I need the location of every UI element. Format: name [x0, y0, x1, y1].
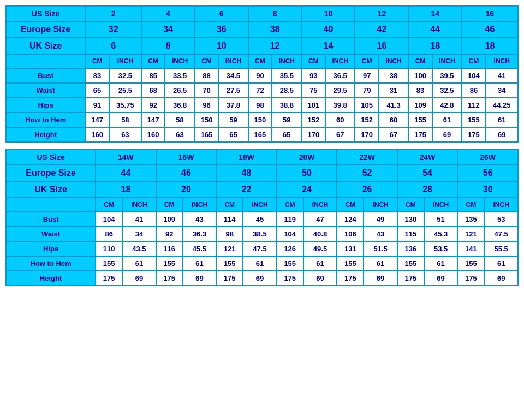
- how-to-hem-label-2: How to Hem: [6, 256, 96, 271]
- size-chart-container: US Size 2 4 6 8 10 12 14 16 Europe Size …: [5, 5, 519, 286]
- bust-cm-12: 97: [355, 68, 378, 83]
- bust-inch-10: 36.5: [325, 68, 355, 83]
- bust-label-1: Bust: [6, 68, 85, 83]
- waist-row-1: Waist 65 25.5 68 26.5 70 27.5 72 28.5 75…: [6, 83, 518, 98]
- uk-size-14: 14: [302, 38, 355, 54]
- europe-size-40: 40: [302, 21, 355, 38]
- plus-size-table: US Size 14W 16W 18W 20W 22W 24W 26W Euro…: [5, 149, 519, 286]
- us-size-18w: 18W: [216, 150, 277, 165]
- unit-cm-7: CM: [408, 54, 432, 68]
- uk-size-18b: 18: [462, 38, 518, 54]
- europe-size-label-2: Europe Size: [6, 165, 96, 181]
- regular-size-table: US Size 2 4 6 8 10 12 14 16 Europe Size …: [5, 5, 519, 143]
- unit2-inch-1: INCH: [122, 198, 156, 212]
- europe-size-label: Europe Size: [6, 21, 85, 38]
- europe-size-32: 32: [85, 21, 141, 38]
- unit-inch-6: INCH: [379, 54, 409, 68]
- unit-row-2: CM INCH CM INCH CM INCH CM INCH CM INCH …: [6, 198, 518, 212]
- us-size-24w: 24W: [397, 150, 458, 165]
- unit2-inch-6: INCH: [424, 198, 458, 212]
- bust-inch-12: 38: [379, 68, 409, 83]
- height-row-1: Height 160 63 160 63 165 65 165 65 170 6…: [6, 127, 518, 142]
- bust-row-1: Bust 83 32.5 85 33.5 88 34.5 90 35.5 93 …: [6, 68, 518, 83]
- uk-size-row: UK Size 6 8 10 12 14 16 18 18: [6, 38, 518, 54]
- us-size-4: 4: [141, 6, 195, 21]
- uk-size-16: 16: [355, 38, 408, 54]
- us-size-16w: 16W: [156, 150, 217, 165]
- uk-size-24: 24: [277, 181, 337, 198]
- unit-inch-3: INCH: [218, 54, 248, 68]
- bust-cm-2: 83: [85, 68, 109, 83]
- waist-row-2: Waist 86 34 92 36.3 98 38.5 104 40.8 106…: [6, 227, 518, 241]
- unit2-inch-3: INCH: [243, 198, 277, 212]
- height-label-1: Height: [6, 127, 85, 142]
- bust-inch-8: 35.5: [272, 68, 302, 83]
- europe-size-46: 46: [156, 165, 217, 181]
- unit2-cm-2: CM: [156, 198, 183, 212]
- europe-size-38: 38: [248, 21, 302, 38]
- us-size-22w: 22W: [337, 150, 397, 165]
- unit-inch-4: INCH: [272, 54, 302, 68]
- unit2-inch-4: INCH: [303, 198, 337, 212]
- unit-inch-7: INCH: [432, 54, 462, 68]
- bust-label-2: Bust: [6, 212, 96, 227]
- uk-size-12: 12: [248, 38, 302, 54]
- unit-cm-4: CM: [248, 54, 272, 68]
- unit2-cm-6: CM: [397, 198, 424, 212]
- bust-cm-14: 100: [408, 68, 432, 83]
- bust-cm-16: 104: [462, 68, 485, 83]
- europe-size-42: 42: [355, 21, 408, 38]
- europe-size-36: 36: [195, 21, 248, 38]
- us-size-10: 10: [302, 6, 355, 21]
- uk-size-30: 30: [457, 181, 518, 198]
- uk-size-20: 20: [156, 181, 217, 198]
- how-to-hem-row-1: How to Hem 147 58 147 58 150 59 150 59 1…: [6, 113, 518, 127]
- europe-size-row: Europe Size 32 34 36 38 40 42 44 46: [6, 21, 518, 38]
- us-size-26w: 26W: [457, 150, 518, 165]
- bust-inch-14: 39.5: [432, 68, 462, 83]
- unit-inch-5: INCH: [325, 54, 355, 68]
- europe-size-44: 44: [96, 165, 156, 181]
- unit2-inch-5: INCH: [364, 198, 397, 212]
- europe-size-56: 56: [457, 165, 518, 181]
- europe-size-44: 44: [408, 21, 462, 38]
- europe-size-row-2: Europe Size 44 46 48 50 52 54 56: [6, 165, 518, 181]
- us-size-14w: 14W: [96, 150, 156, 165]
- bust-cm-8: 90: [248, 68, 272, 83]
- hips-label-1: Hips: [6, 98, 85, 113]
- bust-cm-6: 88: [195, 68, 218, 83]
- uk-size-label-2: UK Size: [6, 181, 96, 198]
- waist-label-2: Waist: [6, 227, 96, 241]
- us-size-label-2: US Size: [6, 150, 96, 165]
- us-size-label: US Size: [6, 6, 85, 21]
- how-to-hem-row-2: How to Hem 155 61 155 61 155 61 155 61 1…: [6, 256, 518, 271]
- unit-row-1: CM INCH CM INCH CM INCH CM INCH CM INCH …: [6, 54, 518, 68]
- europe-size-54: 54: [397, 165, 458, 181]
- us-size-6: 6: [195, 6, 248, 21]
- waist-label-1: Waist: [6, 83, 85, 98]
- unit-cm-3: CM: [195, 54, 218, 68]
- europe-size-46: 46: [462, 21, 518, 38]
- unit2-inch-7: INCH: [484, 198, 518, 212]
- bust-cm-4: 85: [141, 68, 165, 83]
- uk-size-26: 26: [337, 181, 397, 198]
- uk-size-label: UK Size: [6, 38, 85, 54]
- unit-cm-6: CM: [355, 54, 378, 68]
- europe-size-48: 48: [216, 165, 277, 181]
- bust-inch-16: 41: [486, 68, 518, 83]
- bust-inch-6: 34.5: [218, 68, 248, 83]
- bust-inch-4: 33.5: [165, 68, 195, 83]
- unit-cm-5: CM: [302, 54, 325, 68]
- bust-inch-2: 32.5: [109, 68, 141, 83]
- hips-row-1: Hips 91 35.75 92 36.8 96 37.8 98 38.8 10…: [6, 98, 518, 113]
- unit2-cm-4: CM: [277, 198, 303, 212]
- unit-inch-1: INCH: [109, 54, 141, 68]
- europe-size-50: 50: [277, 165, 337, 181]
- us-size-row: US Size 2 4 6 8 10 12 14 16: [6, 6, 518, 21]
- unit-cm-8: CM: [462, 54, 485, 68]
- unit2-cm-5: CM: [337, 198, 364, 212]
- uk-size-18: 18: [96, 181, 156, 198]
- hips-label-2: Hips: [6, 241, 96, 256]
- us-size-14: 14: [408, 6, 462, 21]
- uk-size-10: 10: [195, 38, 248, 54]
